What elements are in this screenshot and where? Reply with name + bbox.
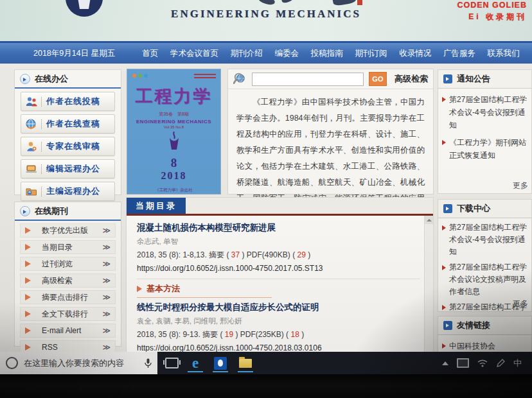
tray-chevron-up-icon[interactable] — [442, 361, 448, 365]
item-label: E-mail Alert — [42, 326, 102, 335]
notice-item[interactable]: 第27届全国结构工程学术会议-4号会议报到通知 — [442, 93, 529, 132]
panel-scrollbar[interactable] — [424, 216, 433, 360]
sidebar-item-download-rank[interactable]: 全文下载排行 ≫ — [20, 307, 116, 321]
cover-title-cn: 工程力学 — [127, 85, 220, 108]
cover-volume-en: Vol.35 No.8 — [127, 125, 220, 129]
microphone-icon[interactable] — [145, 358, 152, 368]
article-doi-link[interactable]: https://doi.org/10.6052/j.issn.1000-4750… — [137, 343, 420, 352]
nav-item-editorial-board[interactable]: 编委会 — [272, 48, 302, 59]
divider — [41, 142, 42, 151]
cover-dots-decor — [132, 74, 148, 78]
download-count: 18 — [290, 330, 299, 339]
online-office-header: 在线办公 — [15, 70, 121, 89]
edge-browser-icon[interactable]: e — [187, 354, 204, 373]
orange-arrow-icon — [25, 311, 37, 317]
nav-item-conference[interactable]: 学术会议首页 — [168, 48, 221, 59]
item-label: 全文下载排行 — [42, 309, 102, 320]
nav-item-subscription[interactable]: 期刊订阅 — [352, 48, 389, 59]
chevron-right-icon: ≫ — [102, 243, 111, 252]
taskbar-app-icons: e — [157, 352, 254, 374]
cover-year: 2018 — [127, 170, 220, 182]
article-doi-link[interactable]: https://doi.org/10.6052/j.issn.1000-4750… — [137, 264, 420, 273]
task-view-icon[interactable] — [165, 358, 179, 368]
nav-item-contact[interactable]: 联系我们 — [485, 48, 522, 59]
sidebar-item-archive[interactable]: 过刊浏览 ≫ — [20, 257, 116, 271]
advanced-search-link[interactable]: 高级检索 — [395, 73, 428, 85]
orange-arrow-icon — [25, 227, 37, 234]
scroll-up-arrow[interactable] — [425, 216, 433, 224]
section-label: 基本方法 — [146, 283, 180, 295]
search-input[interactable] — [252, 73, 364, 86]
article-title-link[interactable]: 混凝土随机损伤本构模型研究新进展 — [137, 222, 420, 234]
display-tray-icon[interactable] — [457, 358, 469, 368]
taskbar-search-box[interactable]: 在这里输入你要搜索的内容 — [0, 352, 157, 374]
pen-icon[interactable] — [496, 359, 505, 368]
section-arrow-icon — [137, 286, 142, 292]
nav-item-advertising[interactable]: 广告服务 — [441, 48, 478, 59]
taskbar-search-placeholder: 在这里输入你要搜索的内容 — [24, 358, 139, 369]
author-query-button[interactable]: 作者在线查稿 — [21, 114, 115, 134]
divider — [137, 279, 420, 279]
online-journal-panel: 在线期刊 数字优先出版 ≫ 当期目录 ≫ 过刊浏览 ≫ 高级检索 ≫ — [14, 202, 121, 347]
search-go-button[interactable]: GO — [369, 72, 387, 86]
nav-item-indexing[interactable]: 收录情况 — [396, 48, 434, 59]
globe-icon — [26, 119, 37, 129]
nav-item-about[interactable]: 期刊介绍 — [228, 48, 265, 59]
download-item[interactable]: 第27届全国结构工程学术会议论文投稿声明及作者信息 — [442, 261, 529, 298]
calligraphy-stroke — [332, 0, 357, 6]
editor-office-button[interactable]: 编辑远程办公 — [21, 159, 115, 178]
author-submit-button[interactable]: 作者在线投稿 — [21, 92, 115, 111]
divider — [41, 119, 42, 129]
chief-editor-office-button[interactable]: 主编远程办公 — [21, 182, 115, 201]
download-more-link[interactable]: 更多 — [513, 298, 528, 309]
system-tray: 中 — [442, 352, 532, 374]
expert-review-label: 专家在线审稿 — [46, 141, 100, 152]
journal-cover-image[interactable]: 工程力学 第35卷 第8期 ENGINEERING MECHANICS Vol.… — [127, 69, 221, 195]
sidebar-item-abstract-rank[interactable]: 摘要点击排行 ≫ — [20, 290, 116, 304]
coden-code: CODEN GOLIEB — [457, 1, 527, 10]
expert-icon — [26, 141, 37, 151]
item-label: 过刊浏览 — [42, 259, 102, 270]
orange-arrow-icon — [25, 244, 37, 250]
cover-publisher: 《工程力学》杂志社 Engineering Mechanics Press — [127, 187, 220, 195]
laptop-icon — [26, 164, 37, 174]
article-meta: 2018, 35 (8): 9-13. 摘要 ( 19 ) PDF(235KB)… — [137, 329, 420, 340]
cortana-icon — [6, 357, 18, 369]
monitor-bezel — [0, 374, 532, 398]
article-meta: 2018, 35 (8): 1-8,13. 摘要 ( 37 ) PDF(490K… — [137, 250, 420, 261]
nav-item-home[interactable]: 首页 — [139, 48, 161, 59]
item-label: 高级检索 — [42, 275, 102, 286]
panel-badge-icon — [443, 321, 452, 330]
sidebar-item-email-alert[interactable]: E-mail Alert ≫ — [20, 324, 116, 338]
expert-review-button[interactable]: 专家在线审稿 — [21, 137, 115, 156]
tab-current-issue[interactable]: 当期目录 — [127, 198, 186, 214]
sidebar-item-advanced-search[interactable]: 高级检索 ≫ — [20, 273, 116, 288]
notice-item[interactable]: 《工程力学》期刊网站正式恢复通知 — [442, 136, 529, 162]
nav-item-submission-guide[interactable]: 投稿指南 — [308, 48, 346, 59]
file-explorer-icon[interactable] — [237, 354, 254, 373]
sidebar-item-online-first[interactable]: 数字优先出版 ≫ — [20, 223, 116, 238]
chevron-right-icon: ≫ — [102, 226, 111, 235]
active-app-underline — [238, 371, 253, 372]
download-item[interactable]: 第27届全国结构工程学术会议-4号会议报到通知 — [442, 221, 529, 258]
meta-text: 2018, 35 (8): 9-13. 摘要 ( — [137, 330, 225, 339]
divider — [41, 187, 42, 196]
notice-more-link[interactable]: 更多 — [513, 180, 528, 191]
calligraphy-stroke — [258, 0, 276, 6]
sidebar-item-current-issue[interactable]: 当期目录 ≫ — [20, 240, 116, 254]
online-office-title: 在线办公 — [35, 73, 68, 85]
ime-indicator[interactable]: 中 — [513, 358, 522, 369]
section-header-basic-methods: 基本方法 — [137, 283, 272, 298]
download-center-header: 下载中心 — [438, 200, 531, 218]
item-label: 数字优先出版 — [42, 225, 102, 236]
article-title-link[interactable]: 线性元时程积分按最大模自适应步长公式的证明 — [137, 302, 420, 313]
wifi-icon[interactable] — [477, 359, 488, 367]
search-bar: GO 高级检索 — [228, 69, 433, 89]
online-journal-header: 在线期刊 — [15, 202, 121, 221]
friendly-link-item[interactable]: 中国科技协会 — [442, 340, 529, 352]
arrow-badge-icon — [20, 74, 30, 84]
notice-panel: 通知公告 第27届全国结构工程学术会议-4号会议报到通知 《工程力学》期刊网站正… — [438, 69, 532, 194]
online-office-panel: 在线办公 作者在线投稿 作者在线查稿 — [14, 69, 121, 195]
notice-title: 通知公告 — [457, 73, 490, 85]
blue-app-icon[interactable] — [212, 354, 229, 373]
